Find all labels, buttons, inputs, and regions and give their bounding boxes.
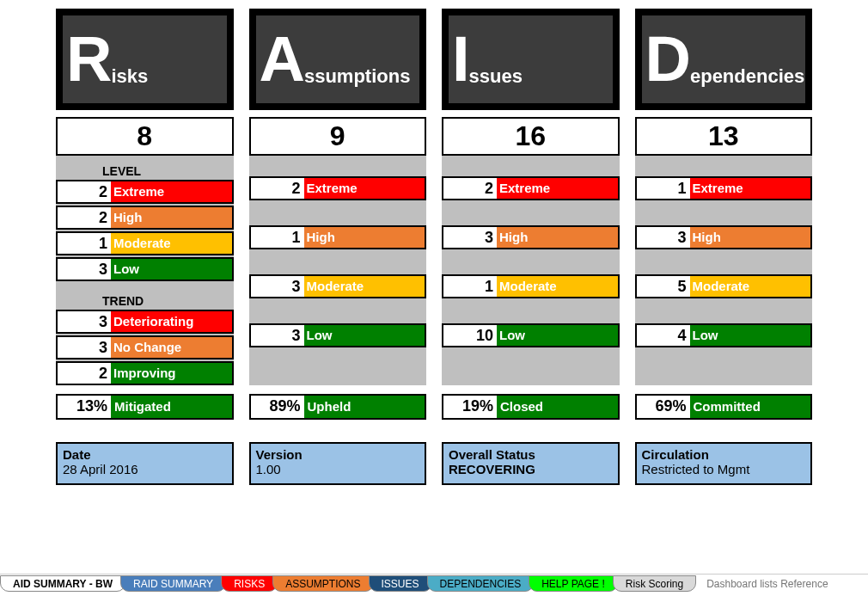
info-value: 1.00 [256, 462, 420, 476]
level-label: Moderate [497, 276, 618, 297]
trend-label: Deteriorating [111, 311, 232, 332]
info-key: Overall Status [449, 447, 613, 462]
level-count: 3 [637, 227, 690, 248]
level-count: 1 [251, 227, 304, 248]
trend-count: 3 [58, 337, 111, 358]
level-label: Low [111, 259, 232, 280]
tab-help-page[interactable]: HELP PAGE ! [529, 575, 618, 592]
header-rest: isks [111, 31, 148, 88]
summary-label: Committed [690, 396, 811, 418]
level-label: High [304, 227, 425, 248]
level-label: High [690, 227, 811, 248]
info-overall-status: Overall Status RECOVERING [442, 442, 620, 485]
trend-heading: TREND [56, 286, 234, 310]
info-key: Circulation [642, 447, 806, 462]
level-count: 3 [443, 227, 497, 248]
level-count: 2 [58, 181, 111, 202]
header-rest: ssumptions [304, 31, 410, 88]
info-value: Restricted to Mgmt [642, 462, 806, 476]
tab-dependencies[interactable]: DEPENDENCIES [427, 575, 535, 592]
info-circulation: Circulation Restricted to Mgmt [635, 442, 813, 485]
trend-count: 2 [58, 363, 111, 384]
summary-pct: 13% [58, 396, 111, 418]
info-key: Version [256, 447, 420, 462]
summary-risks: 13% Mitigated [56, 394, 234, 420]
info-value: 28 April 2016 [63, 462, 227, 476]
level-label: Extreme [497, 178, 618, 199]
issues-levels: 2 Extreme 3 High 1 Moderate 10 Low [442, 156, 620, 385]
level-label: Extreme [304, 178, 425, 199]
level-label: Extreme [111, 181, 232, 202]
level-label: Extreme [690, 178, 811, 199]
level-count: 5 [637, 276, 690, 297]
summary-label: Closed [497, 396, 618, 418]
level-count: 3 [58, 259, 111, 280]
tab-assumptions[interactable]: ASSUMPTIONS [272, 575, 373, 592]
summary-assumptions: 89% Upheld [249, 394, 427, 420]
assumptions-levels: 2 Extreme 1 High 3 Moderate 3 Low [249, 156, 427, 385]
total-dependencies: 13 [635, 117, 813, 156]
level-label: Moderate [111, 233, 232, 254]
info-date: Date 28 April 2016 [56, 442, 234, 485]
tab-overflow-text: Dashboard lists Reference [691, 578, 828, 590]
level-count: 2 [443, 178, 497, 199]
level-count: 1 [443, 276, 497, 297]
tab-raid-summary[interactable]: RAID SUMMARY [120, 575, 226, 592]
level-count: 1 [58, 233, 111, 254]
level-count: 4 [637, 325, 690, 346]
info-key: Date [63, 447, 227, 462]
header-big-letter: D [645, 34, 690, 84]
level-label: Low [497, 325, 618, 346]
trend-label: Improving [111, 363, 232, 384]
header-rest: ependencies [690, 31, 804, 88]
tab-raid-summary-bw[interactable]: AID SUMMARY - BW [0, 575, 125, 592]
info-version: Version 1.00 [249, 442, 427, 485]
summary-issues: 19% Closed [442, 394, 620, 420]
total-issues: 16 [442, 117, 620, 156]
level-count: 3 [251, 325, 304, 346]
summary-pct: 69% [637, 396, 690, 418]
header-risks: R isks [56, 9, 234, 110]
summary-label: Mitigated [111, 396, 232, 418]
summary-dependencies: 69% Committed [635, 394, 813, 420]
header-big-letter: I [452, 34, 469, 84]
header-dependencies: D ependencies [635, 9, 813, 110]
header-big-letter: A [260, 34, 304, 84]
level-label: High [111, 207, 232, 228]
total-assumptions: 9 [249, 117, 427, 156]
tab-issues[interactable]: ISSUES [369, 575, 432, 592]
header-big-letter: R [66, 34, 111, 84]
level-label: Moderate [690, 276, 811, 297]
dependencies-levels: 1 Extreme 3 High 5 Moderate 4 Low [635, 156, 813, 385]
trend-label: No Change [111, 337, 232, 358]
level-heading: LEVEL [56, 156, 234, 180]
header-rest: ssues [469, 31, 523, 88]
level-label: High [497, 227, 618, 248]
total-risks: 8 [56, 117, 234, 156]
level-count: 2 [251, 178, 304, 199]
level-label: Moderate [304, 276, 425, 297]
level-count: 10 [443, 325, 497, 346]
summary-pct: 89% [251, 396, 304, 418]
level-label: Low [690, 325, 811, 346]
header-assumptions: A ssumptions [249, 9, 427, 110]
level-count: 3 [251, 276, 304, 297]
risks-levels: LEVEL 2 Extreme 2 High 1 Moderate 3 Low … [56, 156, 234, 385]
info-value: RECOVERING [449, 462, 613, 476]
header-issues: I ssues [442, 9, 620, 110]
tab-risks[interactable]: RISKS [221, 575, 278, 592]
level-count: 1 [637, 178, 690, 199]
trend-count: 3 [58, 311, 111, 332]
summary-label: Upheld [304, 396, 425, 418]
level-label: Low [304, 325, 425, 346]
level-count: 2 [58, 207, 111, 228]
sheet-tabs: AID SUMMARY - BW RAID SUMMARY RISKS ASSU… [0, 574, 868, 593]
summary-pct: 19% [443, 396, 497, 418]
tab-risk-scoring[interactable]: Risk Scoring [613, 575, 696, 592]
